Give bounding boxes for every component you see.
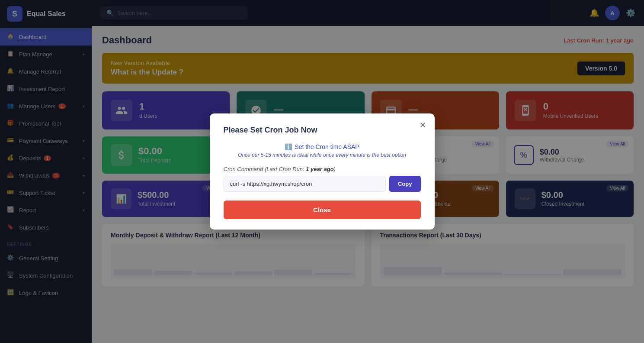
modal-overlay: Please Set Cron Job Now ✕ ℹ️ Set the Cro… [0, 0, 644, 343]
cron-command-label: Cron Command (Last Cron Run: 1 year ago) [224, 166, 421, 172]
cron-info-title: ℹ️ Set the Cron time ASAP [224, 143, 421, 150]
modal-title: Please Set Cron Job Now [224, 126, 421, 135]
cron-info: ℹ️ Set the Cron time ASAP Once per 5-15 … [224, 143, 421, 158]
cron-info-sub: Once per 5-15 minutes is ideal while onc… [224, 152, 421, 158]
cron-input-row: Copy [224, 176, 421, 192]
modal-close-button[interactable]: ✕ [420, 121, 426, 129]
copy-button[interactable]: Copy [389, 176, 421, 192]
cron-command-input[interactable] [224, 176, 386, 192]
cron-modal: Please Set Cron Job Now ✕ ℹ️ Set the Cro… [210, 113, 435, 230]
close-button[interactable]: Close [224, 201, 421, 219]
info-circle-icon: ℹ️ [285, 143, 292, 150]
